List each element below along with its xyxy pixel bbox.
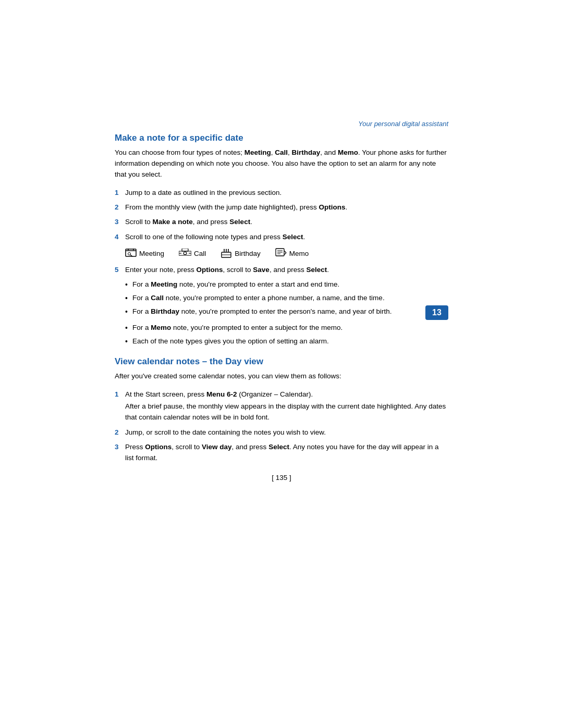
icon-meeting: Meeting [125,248,164,259]
section1-steps: 1 Jump to a date as outlined in the prev… [115,188,448,242]
tagline: Your personal digital assistant [115,120,448,128]
section2-step-2: 2 Jump, or scroll to the date containing… [115,427,448,438]
svg-point-18 [228,249,229,250]
chapter-badge: 13 [425,305,448,320]
icon-birthday: Birthday [221,248,261,260]
section2-step-3: 3 Press Options, scroll to View day, and… [115,442,448,463]
step-1: 1 Jump to a date as outlined in the prev… [115,188,448,198]
section2-intro: After you've created some calendar notes… [115,371,448,382]
step-5: 5 Enter your note, press Options, scroll… [115,265,448,275]
section2-title: View calendar notes – the Day view [115,356,448,367]
section2-step-1: 1 At the Start screen, press Menu 6-2 (O… [115,389,448,423]
birthday-label: Birthday [235,250,261,257]
svg-point-17 [226,249,227,250]
icon-memo: Memo [275,248,309,259]
note-types-icons: Meeting Call [125,248,448,260]
bullet-memo: For a Memo note, you're prompted to ente… [125,323,448,334]
svg-point-7 [183,252,187,254]
call-label: Call [194,250,206,257]
step-3: 3 Scroll to Make a note, and press Selec… [115,217,448,227]
birthday-icon [221,248,232,260]
bullet-meeting: For a Meeting note, you're prompted to e… [125,279,448,290]
step-4: 4 Scroll to one of the following note ty… [115,232,448,242]
page-number: [ 135 ] [115,474,448,482]
bullet-alarm: Each of the note types gives you the opt… [125,336,448,347]
svg-point-16 [224,249,225,250]
section2-step1-subtext: After a brief pause, the monthly view ap… [125,401,448,423]
icon-call: Call [179,249,206,258]
bullet-birthday: For a Birthday note, you're prompted to … [125,306,448,320]
svg-rect-10 [182,249,188,251]
memo-icon [275,248,287,259]
bullet-call: For a Call note, you're prompted to ente… [125,293,448,304]
step-2: 2 From the monthly view (with the jump d… [115,202,448,213]
content-area: Your personal digital assistant Make a n… [104,0,459,523]
call-icon [179,249,191,258]
section1-title: Make a note for a specific date [115,133,448,143]
memo-label: Memo [289,250,309,257]
svg-point-4 [128,252,131,255]
section1-intro: You can choose from four types of notes;… [115,147,448,180]
meeting-label: Meeting [139,250,164,257]
meeting-icon [125,248,137,259]
section2-steps: 1 At the Start screen, press Menu 6-2 (O… [115,389,448,463]
section1-step5: 5 Enter your note, press Options, scroll… [115,265,448,275]
page: Your personal digital assistant Make a n… [0,0,563,728]
section1-bullets: For a Meeting note, you're prompted to e… [125,279,448,347]
